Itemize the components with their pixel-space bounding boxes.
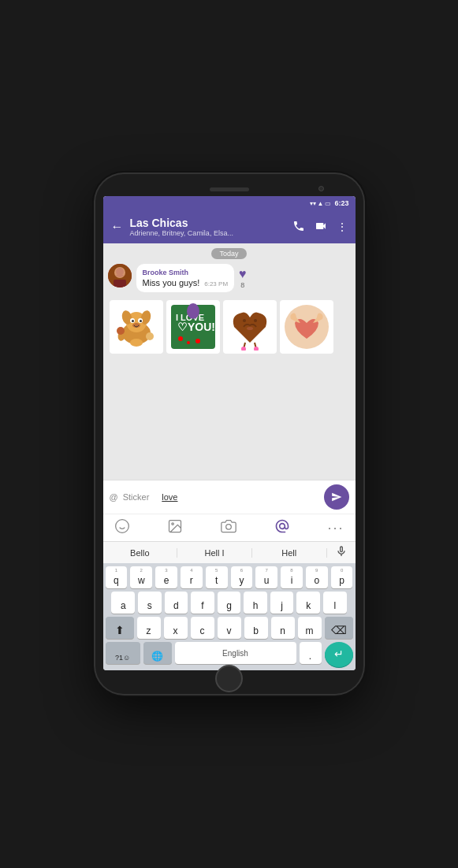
wifi-icon: ▾▾ (310, 200, 316, 207)
gallery-button[interactable] (167, 518, 183, 537)
key-g[interactable]: g (218, 592, 241, 614)
more-options-button[interactable]: ··· (327, 520, 344, 536)
svg-point-20 (178, 336, 183, 341)
key-o[interactable]: 9o (306, 566, 328, 588)
message-time: 6:23 PM (204, 280, 228, 287)
key-z[interactable]: z (137, 617, 161, 639)
more-menu-button[interactable]: ⋮ (337, 221, 348, 233)
phone-frame: ▾▾ ▲ ▭ 6:23 ← Las Chicas Adrienne, Britn… (95, 174, 363, 694)
key-c[interactable]: c (191, 617, 214, 639)
key-t[interactable]: 5t (206, 566, 228, 588)
reaction-count: 8 (240, 281, 244, 289)
autocomplete-item-1[interactable]: Hell I (177, 548, 252, 558)
status-time: 6:23 (334, 199, 348, 207)
key-j[interactable]: j (270, 592, 294, 614)
sticker-heart-hands[interactable] (280, 300, 333, 354)
svg-point-10 (132, 320, 134, 322)
input-area: @ Sticker love (103, 480, 356, 514)
key-b[interactable]: b (244, 617, 268, 639)
key-q[interactable]: 1q (106, 566, 128, 588)
key-e[interactable]: 3e (155, 566, 177, 588)
key-s[interactable]: s (138, 592, 162, 614)
autocomplete-item-0[interactable]: Bello (103, 548, 178, 558)
svg-point-15 (146, 332, 154, 340)
key-u[interactable]: 7u (255, 566, 277, 588)
shift-key[interactable]: ⬆ (106, 617, 134, 639)
keyboard: 1q 2w 3e 4r 5t 6y 7u 8i 9o 0p a s d f g … (103, 563, 356, 670)
sticker-chocolate-heart[interactable] (223, 300, 277, 354)
keyboard-row-2: a s d f g h j k l (106, 592, 353, 614)
signal-icon: ▲ (318, 200, 324, 207)
key-d[interactable]: d (165, 592, 188, 614)
sticker-label: Sticker (123, 492, 150, 502)
enter-key[interactable]: ↵ (325, 642, 353, 667)
special-key[interactable]: ?1☺ (106, 642, 140, 664)
svg-point-24 (243, 319, 246, 322)
key-p[interactable]: 0p (331, 566, 353, 588)
keyboard-row-1: 1q 2w 3e 4r 5t 6y 7u 8i 9o 0p (106, 566, 353, 588)
svg-point-22 (195, 339, 200, 343)
key-i[interactable]: 8i (281, 566, 303, 588)
input-word[interactable]: love (162, 492, 177, 502)
delete-key[interactable]: ⌫ (325, 617, 353, 639)
key-h[interactable]: h (244, 592, 267, 614)
key-a[interactable]: a (111, 592, 135, 614)
autocomplete-bar: Bello Hell I Hell (103, 541, 356, 563)
home-button[interactable] (215, 665, 243, 692)
avatar-image (108, 264, 132, 287)
svg-point-3 (116, 268, 124, 276)
sticker-dog[interactable] (110, 300, 163, 354)
svg-point-26 (247, 327, 253, 330)
app-header: ← Las Chicas Adrienne, Britney, Camila, … (103, 210, 356, 243)
key-x[interactable]: x (164, 617, 188, 639)
header-title-area: Las Chicas Adrienne, Britney, Camila, El… (130, 217, 233, 237)
date-badge: Today (211, 248, 246, 259)
key-r[interactable]: 4r (181, 566, 203, 588)
phone-bottom-bar (103, 670, 356, 686)
key-l[interactable]: l (323, 592, 347, 614)
chat-title: Las Chicas (130, 217, 233, 229)
battery-icon: ▭ (325, 200, 331, 207)
send-button[interactable] (324, 484, 349, 510)
phone-top-bar (103, 182, 356, 196)
key-m[interactable]: m (298, 617, 322, 639)
status-icons: ▾▾ ▲ ▭ (310, 200, 332, 207)
svg-point-21 (187, 341, 190, 344)
key-n[interactable]: n (271, 617, 295, 639)
reaction-area[interactable]: ♥ 8 (239, 267, 247, 289)
svg-point-23 (187, 303, 199, 319)
heart-reaction: ♥ (239, 267, 247, 281)
at-symbol: @ (110, 492, 118, 502)
globe-key[interactable]: 🌐 (143, 642, 172, 664)
autocomplete-item-2[interactable]: Hell (252, 548, 327, 558)
chat-area: Today Brooke Smith (103, 243, 356, 480)
svg-point-29 (241, 347, 246, 351)
message-text: Miss you guys! (143, 278, 200, 287)
message-bubble: Brooke Smith Miss you guys! 6:23 PM (136, 264, 235, 292)
emoji-button[interactable] (114, 518, 130, 537)
key-w[interactable]: 2w (130, 566, 152, 588)
period-key[interactable]: . (300, 642, 322, 664)
mic-button[interactable] (327, 545, 356, 560)
toolbar: ··· (103, 514, 356, 541)
key-y[interactable]: 6y (231, 566, 253, 588)
keyboard-row-4: ?1☺ 🌐 English . ↵ (106, 642, 353, 667)
mention-button[interactable] (274, 518, 290, 537)
sticker-row: I LOVE ♡YOU! (108, 297, 351, 357)
video-call-button[interactable] (315, 220, 327, 235)
message-sender: Brooke Smith (143, 269, 229, 276)
phone-screen: ▾▾ ▲ ▭ 6:23 ← Las Chicas Adrienne, Britn… (103, 196, 356, 670)
status-bar: ▾▾ ▲ ▭ 6:23 (103, 196, 356, 210)
space-key[interactable]: English (175, 642, 296, 664)
call-button[interactable] (292, 220, 305, 235)
sticker-love[interactable]: I LOVE ♡YOU! (166, 300, 220, 354)
svg-point-11 (140, 320, 142, 322)
key-v[interactable]: v (218, 617, 241, 639)
key-f[interactable]: f (191, 592, 214, 614)
front-camera (318, 186, 324, 191)
back-button[interactable]: ← (111, 220, 124, 234)
camera-button[interactable] (221, 518, 236, 537)
message-content: Miss you guys! 6:23 PM (143, 278, 229, 287)
header-right: ⋮ (292, 220, 348, 235)
key-k[interactable]: k (296, 592, 320, 614)
